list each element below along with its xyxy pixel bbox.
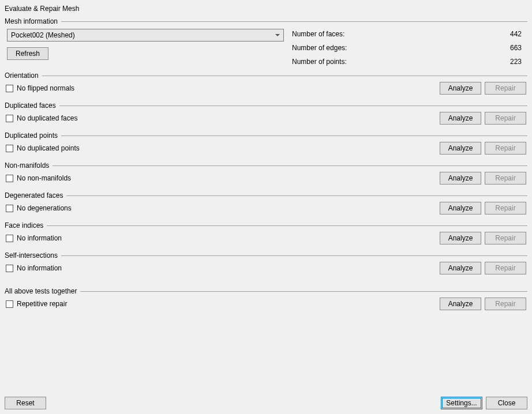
checkbox-icon — [6, 175, 13, 182]
orientation-checkbox[interactable]: No flipped normals — [6, 84, 74, 92]
faces-label: Number of faces: — [292, 30, 344, 38]
refresh-button[interactable]: Refresh — [7, 47, 48, 60]
face-indices-checkbox-label: No information — [17, 234, 62, 242]
edges-label: Number of edges: — [292, 44, 347, 52]
duplicated-points-checkbox-label: No duplicated points — [17, 144, 80, 152]
face-indices-legend: Face indices — [5, 221, 43, 229]
checkbox-icon — [6, 115, 13, 122]
evaluate-repair-mesh-dialog: Evaluate & Repair Mesh Mesh information … — [0, 0, 532, 414]
divider — [61, 21, 527, 22]
duplicated-points-checkbox[interactable]: No duplicated points — [6, 144, 80, 152]
divider — [61, 136, 527, 136]
checkbox-icon — [6, 235, 13, 242]
duplicated-faces-group: Duplicated faces No duplicated faces Ana… — [5, 101, 527, 128]
divider — [59, 106, 527, 106]
all-tests-legend: All above tests together — [5, 287, 77, 295]
duplicated-faces-analyze-button[interactable]: Analyze — [440, 112, 481, 125]
duplicated-faces-repair-button: Repair — [485, 112, 526, 125]
orientation-analyze-button[interactable]: Analyze — [440, 82, 481, 95]
checkbox-icon — [6, 145, 13, 152]
all-tests-group: All above tests together Repetitive repa… — [5, 287, 527, 314]
orientation-group: Orientation No flipped normals Analyze R… — [5, 71, 527, 98]
mesh-information-group: Mesh information Pocket002 (Meshed) Refr… — [5, 17, 527, 68]
degenerated-faces-checkbox-label: No degenerations — [17, 204, 72, 212]
duplicated-faces-checkbox-label: No duplicated faces — [17, 114, 77, 122]
dialog-title: Evaluate & Repair Mesh — [5, 3, 527, 17]
orientation-checkbox-label: No flipped normals — [17, 84, 74, 92]
repetitive-repair-checkbox[interactable]: Repetitive repair — [6, 300, 67, 308]
face-indices-checkbox[interactable]: No information — [6, 234, 62, 242]
checkbox-icon — [6, 265, 13, 272]
orientation-repair-button: Repair — [485, 82, 526, 95]
duplicated-points-repair-button: Repair — [485, 142, 526, 155]
degenerated-faces-checkbox[interactable]: No degenerations — [6, 204, 72, 212]
divider — [66, 195, 527, 196]
points-label: Number of points: — [292, 58, 347, 66]
degenerated-faces-group: Degenerated faces No degenerations Analy… — [5, 191, 527, 218]
non-manifolds-checkbox[interactable]: No non-manifolds — [6, 174, 71, 182]
duplicated-faces-checkbox[interactable]: No duplicated faces — [6, 114, 77, 122]
self-intersections-group: Self-intersections No information Analyz… — [5, 251, 527, 278]
repetitive-repair-label: Repetitive repair — [17, 300, 67, 308]
self-intersections-repair-button: Repair — [485, 262, 526, 274]
degenerated-faces-legend: Degenerated faces — [5, 191, 63, 200]
divider — [61, 255, 527, 256]
divider — [47, 225, 527, 226]
orientation-legend: Orientation — [5, 71, 39, 80]
checkbox-icon — [6, 300, 13, 308]
duplicated-points-group: Duplicated points No duplicated points A… — [5, 131, 527, 158]
mesh-select-value: Pocket002 (Meshed) — [11, 31, 75, 39]
self-intersections-checkbox[interactable]: No information — [6, 264, 62, 272]
non-manifolds-repair-button: Repair — [485, 172, 526, 185]
all-tests-repair-button: Repair — [485, 298, 526, 310]
face-indices-repair-button: Repair — [485, 232, 526, 244]
settings-button[interactable]: Settings... — [441, 397, 482, 409]
non-manifolds-analyze-button[interactable]: Analyze — [440, 172, 481, 185]
face-indices-analyze-button[interactable]: Analyze — [440, 232, 481, 244]
mesh-information-legend: Mesh information — [5, 17, 58, 25]
divider — [53, 165, 527, 166]
degenerated-faces-analyze-button[interactable]: Analyze — [440, 202, 481, 214]
faces-value: 442 — [510, 30, 522, 38]
chevron-down-icon — [275, 34, 280, 36]
face-indices-group: Face indices No information Analyze Repa… — [5, 221, 527, 248]
non-manifolds-legend: Non-manifolds — [5, 161, 49, 170]
non-manifolds-checkbox-label: No non-manifolds — [17, 174, 71, 182]
duplicated-faces-legend: Duplicated faces — [5, 101, 56, 110]
reset-button[interactable]: Reset — [5, 397, 46, 409]
edges-value: 663 — [510, 44, 522, 52]
duplicated-points-legend: Duplicated points — [5, 131, 58, 140]
dialog-footer: Reset Settings... Close — [5, 397, 527, 409]
close-button[interactable]: Close — [486, 397, 527, 409]
divider — [80, 291, 527, 292]
checkbox-icon — [6, 85, 13, 92]
all-tests-analyze-button[interactable]: Analyze — [440, 298, 481, 310]
self-intersections-analyze-button[interactable]: Analyze — [440, 262, 481, 274]
checkbox-icon — [6, 205, 13, 212]
duplicated-points-analyze-button[interactable]: Analyze — [440, 142, 481, 155]
self-intersections-checkbox-label: No information — [17, 264, 62, 272]
non-manifolds-group: Non-manifolds No non-manifolds Analyze R… — [5, 161, 527, 188]
degenerated-faces-repair-button: Repair — [485, 202, 526, 214]
divider — [42, 76, 527, 76]
self-intersections-legend: Self-intersections — [5, 251, 58, 259]
points-value: 223 — [510, 58, 522, 66]
mesh-select[interactable]: Pocket002 (Meshed) — [7, 29, 284, 42]
